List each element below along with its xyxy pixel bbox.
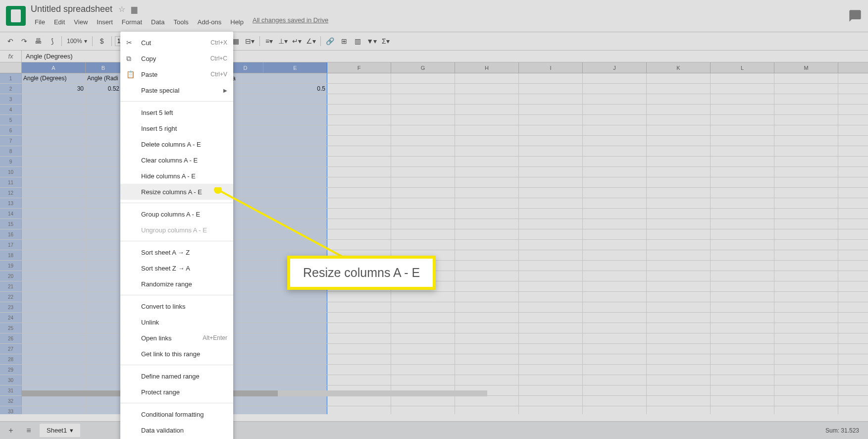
cell[interactable] [711,188,774,198]
cell[interactable] [583,313,647,323]
cell[interactable] [647,188,711,198]
ctx-open-links[interactable]: Open linksAlt+Enter [120,330,233,346]
cell[interactable] [455,344,519,354]
all-sheets-button[interactable]: ≡ [22,424,36,438]
cell[interactable] [583,302,647,312]
cell[interactable] [327,219,391,229]
cell[interactable] [647,73,711,83]
col-header-f[interactable]: F [327,62,391,73]
cell[interactable] [519,136,583,146]
col-header-b[interactable]: B [86,62,121,73]
cell[interactable] [583,105,647,114]
cell[interactable] [327,115,391,125]
cell[interactable] [583,219,647,229]
cell[interactable] [711,240,774,250]
row-header[interactable]: 12 [0,188,22,198]
cell[interactable] [22,240,86,250]
cell[interactable] [455,188,519,198]
cell[interactable] [263,240,327,250]
cell[interactable] [711,177,774,187]
ctx-hide-cols[interactable]: Hide columns A - E [120,168,233,184]
chart-button[interactable]: ▥ [352,35,364,48]
cell[interactable] [711,167,774,177]
status-sum[interactable]: Sum: 31.523 [825,427,864,434]
cell[interactable] [327,146,391,156]
cell[interactable] [455,229,519,239]
cell[interactable]: Angle (Radi [86,73,121,83]
cell[interactable] [583,406,647,414]
cell[interactable] [86,115,121,125]
cell[interactable] [391,125,455,135]
cell[interactable] [455,354,519,364]
cell[interactable] [455,167,519,177]
cell[interactable]: 0.5 [263,84,327,94]
cell[interactable] [711,125,774,135]
cell[interactable] [647,333,711,343]
cell[interactable] [86,313,121,323]
cell[interactable] [263,375,327,385]
ctx-unlink[interactable]: Unlink [120,314,233,330]
cell[interactable] [711,146,774,156]
cell[interactable] [391,198,455,208]
cell[interactable] [647,271,711,281]
cell[interactable] [647,94,711,104]
cell[interactable] [774,292,838,302]
cell[interactable] [22,115,86,125]
cell[interactable] [519,375,583,385]
cell[interactable] [86,219,121,229]
cell[interactable] [647,136,711,146]
cell[interactable] [583,188,647,198]
cell[interactable] [583,375,647,385]
cell[interactable] [774,115,838,125]
cell[interactable] [391,136,455,146]
cell[interactable] [647,250,711,260]
cell[interactable] [327,302,391,312]
cell[interactable] [583,271,647,281]
cell[interactable] [583,209,647,219]
cell[interactable] [519,344,583,354]
cell[interactable] [327,313,391,323]
cell[interactable] [519,146,583,156]
cell[interactable] [583,157,647,166]
col-header-k[interactable]: K [647,62,711,73]
cell[interactable] [22,271,86,281]
horizontal-scrollbar[interactable] [22,390,487,396]
cell[interactable] [519,115,583,125]
cell[interactable] [774,313,838,323]
row-header[interactable]: 18 [0,250,22,260]
add-sheet-button[interactable]: + [4,424,18,438]
row-header[interactable]: 7 [0,136,22,146]
cell[interactable] [391,177,455,187]
cell[interactable] [519,219,583,229]
ctx-convert-links[interactable]: Convert to links [120,298,233,314]
cell[interactable] [86,250,121,260]
cell[interactable] [774,240,838,250]
cell[interactable] [263,229,327,239]
cell[interactable] [647,365,711,375]
cell[interactable] [22,354,86,364]
cell[interactable] [583,323,647,333]
cell[interactable] [583,146,647,156]
cell[interactable] [774,271,838,281]
cell[interactable] [86,167,121,177]
cell[interactable] [327,105,391,114]
ctx-group-cols[interactable]: Group columns A - E [120,206,233,222]
cell[interactable] [647,323,711,333]
cell[interactable] [263,209,327,219]
cell[interactable] [647,375,711,385]
cell[interactable] [22,344,86,354]
cell[interactable] [711,198,774,208]
cell[interactable] [86,198,121,208]
cell[interactable] [263,125,327,135]
cell[interactable] [711,344,774,354]
cell[interactable] [583,125,647,135]
cell[interactable] [455,115,519,125]
cell[interactable] [711,136,774,146]
cell[interactable] [391,240,455,250]
cell[interactable] [263,365,327,375]
cell[interactable] [583,250,647,260]
cell[interactable] [711,229,774,239]
cell[interactable] [711,281,774,291]
cell[interactable] [327,323,391,333]
cell[interactable] [86,302,121,312]
